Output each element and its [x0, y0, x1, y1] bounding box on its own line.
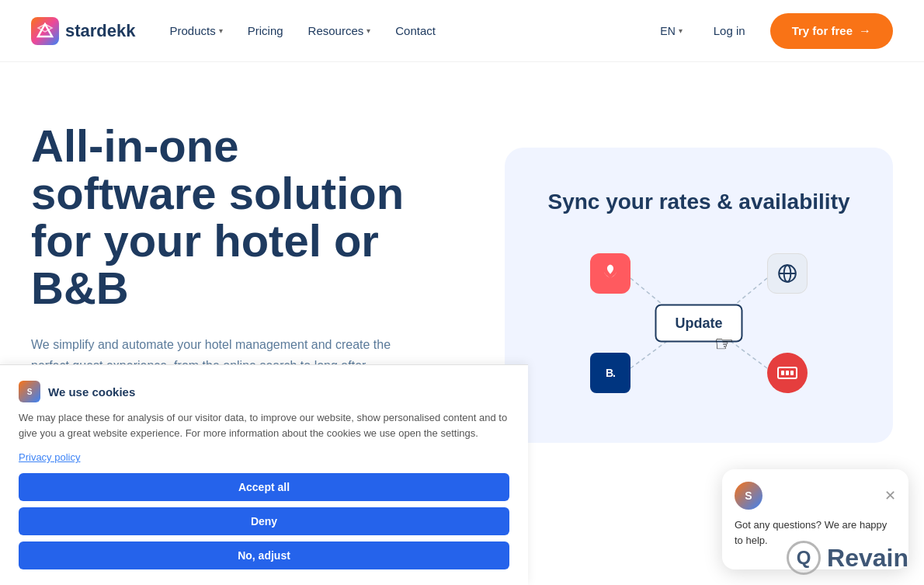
- svg-marker-0: [38, 24, 52, 37]
- nav-contact[interactable]: Contact: [386, 18, 445, 44]
- globe-icon: [767, 253, 808, 294]
- svg-rect-11: [786, 371, 789, 375]
- chevron-down-icon-2: ▾: [366, 26, 370, 35]
- sync-card-title: Sync your rates & availability: [547, 190, 849, 214]
- chat-header: S ✕: [735, 482, 896, 510]
- nav-pricing[interactable]: Pricing: [238, 18, 293, 44]
- navbar: stardekk Products ▾ Pricing Resources ▾ …: [0, 0, 924, 62]
- cookie-title: We use cookies: [48, 385, 135, 399]
- logo-icon: [31, 17, 59, 45]
- chat-message: Got any questions? We are happy to help.: [735, 517, 896, 548]
- logo[interactable]: stardekk: [31, 17, 136, 45]
- deny-cookies-button[interactable]: Deny: [19, 507, 509, 535]
- navbar-right: EN ▾ Log in Try for free →: [654, 13, 893, 49]
- cookie-body-text: We may place these for analysis of our v…: [19, 410, 509, 440]
- cookie-banner: S We use cookies We may place these for …: [0, 364, 528, 585]
- channel-manager-icon: [767, 353, 808, 393]
- arrow-right-icon: →: [859, 24, 871, 38]
- nav-resources[interactable]: Resources ▾: [299, 18, 380, 44]
- navbar-left: stardekk Products ▾ Pricing Resources ▾ …: [31, 17, 445, 45]
- cookie-header: S We use cookies: [19, 381, 509, 402]
- hero-right: Sync your rates & availability: [505, 148, 893, 443]
- chat-logo-icon: S: [735, 482, 762, 510]
- hero-title: All-in-one software solution for your ho…: [31, 123, 435, 312]
- lang-chevron-icon: ▾: [679, 26, 683, 35]
- airbnb-icon: [590, 253, 630, 294]
- accept-cookies-button[interactable]: Accept all: [19, 473, 509, 501]
- chat-close-icon[interactable]: ✕: [884, 487, 896, 504]
- svg-rect-12: [790, 371, 794, 375]
- login-button[interactable]: Log in: [701, 18, 758, 44]
- brand-name: stardekk: [65, 21, 136, 41]
- nav-links: Products ▾ Pricing Resources ▾ Contact: [161, 18, 445, 44]
- svg-rect-10: [781, 371, 784, 375]
- language-selector[interactable]: EN ▾: [654, 20, 688, 42]
- chat-widget: S ✕ Got any questions? We are happy to h…: [722, 469, 908, 569]
- try-for-free-button[interactable]: Try for free →: [770, 13, 893, 49]
- cookie-buttons: Accept all Deny No, adjust: [19, 473, 509, 569]
- nav-products[interactable]: Products ▾: [161, 18, 232, 44]
- sync-diagram: B. Update ☞: [575, 245, 823, 401]
- cookie-logo-icon: S: [19, 381, 40, 402]
- sync-card: Sync your rates & availability: [505, 148, 893, 443]
- privacy-policy-link[interactable]: Privacy policy: [19, 451, 80, 463]
- chevron-down-icon: ▾: [219, 26, 223, 35]
- cursor-hand-icon: ☞: [714, 331, 734, 357]
- booking-icon: B.: [590, 353, 630, 393]
- adjust-cookies-button[interactable]: No, adjust: [19, 541, 509, 569]
